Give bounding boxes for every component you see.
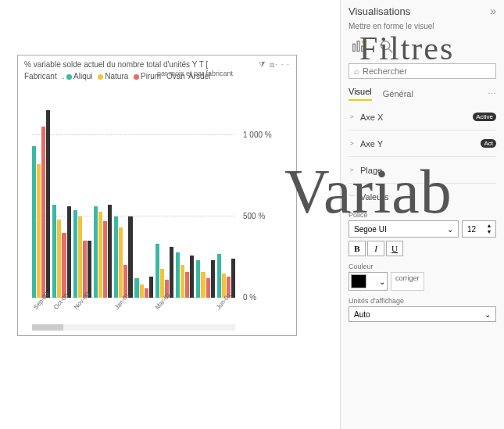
bar[interactable] — [94, 206, 98, 298]
status-badge: Act — [481, 139, 496, 148]
svg-point-4 — [381, 41, 390, 50]
svg-rect-0 — [353, 44, 356, 51]
legend-dot-natura — [98, 74, 103, 80]
analytics-icon[interactable] — [377, 37, 397, 57]
panel-title: Visualisations — [349, 5, 410, 17]
italic-button[interactable]: I — [367, 241, 384, 256]
chevron-right-icon: ＞ — [349, 165, 356, 175]
bar[interactable] — [181, 265, 184, 298]
chevron-right-icon: ＞ — [349, 138, 356, 148]
bar[interactable] — [211, 260, 215, 298]
horizontal-scrollbar[interactable] — [32, 324, 235, 331]
bar[interactable] — [176, 252, 180, 298]
bar-group — [134, 102, 152, 298]
select-value: Segoe UI — [354, 225, 387, 234]
bar[interactable] — [217, 254, 221, 298]
bar[interactable] — [83, 241, 87, 298]
bar[interactable] — [67, 206, 71, 298]
legend-item[interactable]: Aliqui — [73, 72, 92, 80]
y-tick: 500 % — [243, 212, 265, 220]
y-tick: 1 000 % — [243, 130, 272, 139]
font-size-select[interactable]: 12 ▴▾ — [462, 220, 496, 238]
field-label-couleur: Couleur — [349, 259, 496, 272]
bar[interactable] — [231, 259, 235, 298]
accordion-axe-y[interactable]: ＞ Axe Y Act — [349, 132, 496, 155]
tab-general[interactable]: Général — [383, 89, 413, 98]
bar[interactable] — [170, 247, 173, 298]
underline-button[interactable]: U — [386, 241, 403, 256]
bar-group — [176, 102, 194, 298]
bar-group — [73, 102, 91, 298]
font-family-select[interactable]: Segoe UI ⌄ — [349, 220, 459, 238]
bold-button[interactable]: B — [349, 241, 366, 256]
filter-icon[interactable]: ⧩ — [259, 60, 265, 70]
chart-subtitle: par mois et par fabricant — [151, 70, 239, 80]
corriger-button[interactable]: corriger — [391, 272, 424, 291]
bar-group — [196, 102, 214, 298]
svg-rect-2 — [362, 46, 364, 51]
bar[interactable] — [41, 127, 45, 298]
accordion-axe-x[interactable]: ＞ Axe X Active — [349, 105, 496, 128]
focus-icon[interactable]: ⧈ — [270, 60, 274, 70]
bar[interactable] — [196, 260, 200, 298]
legend-item[interactable]: Natura — [105, 72, 128, 80]
chevron-right-icon: ＞ — [349, 112, 356, 122]
bar[interactable] — [98, 212, 102, 298]
y-axis: 0 % 500 % 1 000 % — [243, 102, 282, 298]
bar[interactable] — [155, 244, 159, 298]
legend-dot-pirum — [134, 74, 139, 80]
svg-point-3 — [362, 41, 365, 44]
chevron-down-icon: ⌄ — [447, 225, 453, 234]
chevron-down-icon: ﹀ — [349, 191, 356, 202]
legend-dot-aliqui — [66, 74, 72, 80]
field-label-police: Police — [349, 208, 496, 220]
bar[interactable] — [103, 221, 107, 298]
bar-group — [155, 102, 173, 298]
bar[interactable] — [46, 110, 50, 298]
bar-group — [32, 102, 50, 298]
bar[interactable] — [37, 164, 41, 298]
x-axis-labels: Sep-00Oct-00Nov-00Jan-01Mar-01Jun-01 — [32, 300, 235, 307]
bar[interactable] — [57, 220, 61, 298]
display-units-select[interactable]: Auto ⌄ — [349, 306, 496, 322]
chart-plot-area: 0 % 500 % 1 000 % — [32, 102, 235, 298]
tab-visuel[interactable]: Visuel — [349, 87, 372, 101]
chart-menu-icon[interactable]: · · · — [275, 60, 290, 69]
bar-group — [94, 102, 112, 298]
search-box[interactable]: ⌕ — [349, 63, 496, 79]
select-value: 12 — [467, 225, 476, 234]
select-value: Auto — [354, 310, 370, 319]
format-visual-icon[interactable] — [349, 37, 369, 57]
chart-visual[interactable]: % variable solde actuel du nombre total … — [17, 55, 297, 336]
accordion-label: Valeurs — [360, 192, 388, 202]
accordion-valeurs[interactable]: ﹀ Valeurs — [349, 185, 496, 208]
chevron-down-icon: ⌄ — [484, 310, 491, 319]
search-input[interactable] — [363, 66, 491, 76]
bar[interactable] — [114, 216, 118, 298]
accordion-label: Axe Y — [360, 139, 383, 148]
bar[interactable] — [73, 210, 77, 299]
bar[interactable] — [88, 241, 91, 298]
bar[interactable] — [78, 216, 82, 298]
accordion-label: Axe X — [360, 113, 383, 122]
bar[interactable] — [119, 227, 123, 298]
bar[interactable] — [52, 205, 56, 298]
bar[interactable] — [128, 216, 132, 298]
color-picker[interactable]: ⌄ — [349, 272, 388, 291]
visualizations-panel: Visualisations » Mettre en forme le visu… — [340, 0, 504, 429]
bar[interactable] — [62, 233, 66, 298]
field-label-unites: Unités d'affichage — [349, 294, 496, 306]
tabs-more-icon[interactable]: ⋯ — [488, 89, 496, 99]
bar[interactable] — [108, 205, 112, 298]
bar[interactable] — [190, 256, 194, 298]
bar[interactable] — [32, 146, 36, 298]
panel-subtitle: Mettre en forme le visuel — [341, 22, 504, 37]
stepper-icon: ▴▾ — [488, 223, 491, 235]
chevron-down-icon: ⌄ — [379, 277, 385, 286]
expand-panel-icon[interactable]: » — [490, 5, 496, 17]
y-tick: 0 % — [243, 293, 256, 302]
svg-rect-1 — [357, 41, 359, 52]
accordion-plage[interactable]: ＞ Plage — [349, 159, 496, 181]
bar[interactable] — [134, 278, 138, 298]
accordion-label: Plage — [360, 166, 382, 175]
